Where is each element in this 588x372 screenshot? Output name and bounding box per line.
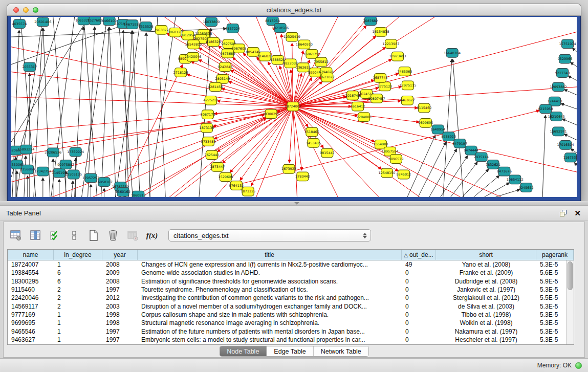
column-header-name[interactable]: name xyxy=(8,250,54,260)
graph-node[interactable]: 7857224 xyxy=(225,24,240,33)
graph-node[interactable]: 8215958 xyxy=(538,104,553,114)
column-header-out_de[interactable]: △out_de... xyxy=(402,250,436,260)
graph-node[interactable]: 2055317 xyxy=(22,62,37,72)
graph-node[interactable]: 9115460 xyxy=(417,103,431,113)
graph-node[interactable]: 15751074 xyxy=(559,39,576,49)
scrollbar-thumb[interactable] xyxy=(568,261,573,290)
graph-node[interactable]: 9360162 xyxy=(116,187,130,196)
delete-table-button[interactable] xyxy=(125,228,140,243)
close-window-button[interactable] xyxy=(13,7,19,13)
graph-node[interactable]: 16961758 xyxy=(303,50,320,59)
graph-node[interactable]: 18724007 xyxy=(285,102,301,111)
graph-node[interactable]: 12975115 xyxy=(399,81,416,90)
graph-node[interactable]: 9699695 xyxy=(418,118,433,127)
graph-node[interactable]: 16543812 xyxy=(185,40,202,49)
graph-node[interactable]: 4035574 xyxy=(12,19,27,29)
graph-node[interactable]: 1621072 xyxy=(320,73,335,82)
table-row[interactable]: 1872400712008Changes of HCN gene express… xyxy=(8,260,574,269)
table-row[interactable]: 911546021997Tourette syndrome. Phenomeno… xyxy=(8,286,574,294)
memory-status-indicator[interactable] xyxy=(575,362,582,369)
graph-node[interactable]: 1860813 xyxy=(131,191,146,197)
checklist-button[interactable] xyxy=(48,228,62,243)
graph-node[interactable]: 17359924 xyxy=(67,147,84,157)
graph-node[interactable]: 18640910 xyxy=(296,40,313,49)
graph-node[interactable]: 3067173 xyxy=(201,110,215,119)
window-titlebar[interactable]: citations_edges.txt xyxy=(7,4,581,16)
graph-node[interactable]: 2935114 xyxy=(474,152,489,162)
graph-node[interactable]: 19218506 xyxy=(272,24,289,33)
new-file-button[interactable] xyxy=(86,228,101,243)
graph-node[interactable]: 2204008 xyxy=(357,113,372,122)
graph-node[interactable]: 4281456 xyxy=(208,82,223,92)
column-header-pagerank[interactable]: pagerank xyxy=(536,250,574,260)
graph-node[interactable]: 7955812 xyxy=(314,57,329,67)
column-header-title[interactable]: title xyxy=(138,250,402,260)
graph-node[interactable]: 1687743 xyxy=(373,73,388,82)
graph-node[interactable]: 16154838 xyxy=(373,28,389,37)
function-builder-button[interactable]: f(x) xyxy=(145,228,159,243)
graph-node[interactable]: 7832621 xyxy=(486,160,500,169)
panel-splitter[interactable] xyxy=(0,201,588,206)
graph-node[interactable]: 1156869 xyxy=(20,165,35,174)
graph-node[interactable]: 7515526 xyxy=(139,22,154,31)
graph-node[interactable]: 1673923 xyxy=(281,164,296,173)
graph-node[interactable]: 8938923 xyxy=(441,132,456,141)
table-row[interactable]: 946362711997Embryonic stem cells: a mode… xyxy=(8,336,574,344)
rows-button[interactable] xyxy=(67,228,81,243)
graph-node[interactable]: 7485063 xyxy=(398,67,412,76)
graph-node[interactable]: 12325419 xyxy=(284,32,300,41)
graph-node[interactable]: 7963822 xyxy=(154,26,169,35)
graph-node[interactable]: 1783442 xyxy=(295,172,310,181)
vertical-scrollbar[interactable] xyxy=(566,260,574,344)
delete-button[interactable] xyxy=(106,228,120,243)
graph-node[interactable]: 9733483 xyxy=(201,137,216,146)
column-header-short[interactable]: short xyxy=(436,250,536,260)
close-panel-button[interactable]: ✕ xyxy=(574,210,581,217)
graph-node[interactable]: 12213987 xyxy=(383,39,400,49)
graph-node[interactable]: 1873139 xyxy=(200,123,214,133)
graph-node[interactable]: 1518465 xyxy=(304,127,319,137)
table-selector-dropdown[interactable]: citations_edges.txt xyxy=(168,229,371,242)
graph-node[interactable]: 17342757 xyxy=(34,167,51,176)
graph-node[interactable]: 9245012 xyxy=(397,170,411,179)
graph-node[interactable]: 90975887 xyxy=(57,160,74,169)
table-options-button[interactable] xyxy=(9,228,23,243)
graph-node[interactable]: 1145194 xyxy=(52,168,67,178)
graph-node[interactable]: 10973493 xyxy=(389,52,406,61)
table-row[interactable]: 977716911998Corpus callosum shape and si… xyxy=(8,311,574,319)
graph-node[interactable]: 1167533 xyxy=(563,153,577,162)
graph-node[interactable]: 9242848 xyxy=(217,62,232,72)
graph-node[interactable]: 16648784 xyxy=(444,49,461,58)
column-visibility-button[interactable] xyxy=(28,228,42,243)
graph-node[interactable]: 12093882 xyxy=(550,82,567,92)
graph-node[interactable]: 1873325 xyxy=(241,187,255,196)
graph-node[interactable]: 9245652 xyxy=(519,183,534,192)
graph-node[interactable]: 6479197 xyxy=(452,139,467,148)
table-row[interactable]: 1938455462009Genome-wide association stu… xyxy=(8,269,574,277)
graph-node[interactable]: 7625442 xyxy=(205,150,220,160)
graph-node[interactable]: 12548150 xyxy=(379,168,396,178)
column-header-year[interactable]: year xyxy=(102,250,138,260)
graph-node[interactable]: 20206536 xyxy=(45,148,61,157)
graph-node[interactable]: 20691406 xyxy=(34,17,51,27)
graph-node[interactable]: 2803144 xyxy=(215,74,230,83)
table-row[interactable]: 969969511998Structural magnetic resonanc… xyxy=(8,319,574,327)
table-row[interactable]: 1830029562008Estimation of significance … xyxy=(8,277,574,286)
graph-node[interactable]: 18300295 xyxy=(263,110,279,119)
minimize-window-button[interactable] xyxy=(23,7,29,13)
graph-node[interactable]: 10654112 xyxy=(507,175,524,184)
graph-node[interactable]: 9764132 xyxy=(229,181,244,190)
network-graph-canvas[interactable]: 1872400779638228860128891295422260538982… xyxy=(11,17,577,197)
graph-node[interactable]: 8471676 xyxy=(497,167,512,176)
graph-node[interactable]: 9463627 xyxy=(400,96,415,105)
graph-node[interactable]: 4275212 xyxy=(204,96,219,105)
graph-node[interactable]: 10807487 xyxy=(368,94,385,103)
graph-node[interactable]: 23420046 xyxy=(185,52,202,61)
graph-node[interactable]: 15893214 xyxy=(17,145,34,154)
graph-node[interactable]: 8186328 xyxy=(206,37,221,47)
graph-node[interactable]: 8096579 xyxy=(389,155,404,164)
graph-node[interactable]: 8775123 xyxy=(378,82,393,91)
graph-node[interactable]: 16958107 xyxy=(96,178,113,187)
graph-node[interactable]: 1016748 xyxy=(345,91,360,100)
graph-node[interactable]: 9815447 xyxy=(320,148,335,158)
